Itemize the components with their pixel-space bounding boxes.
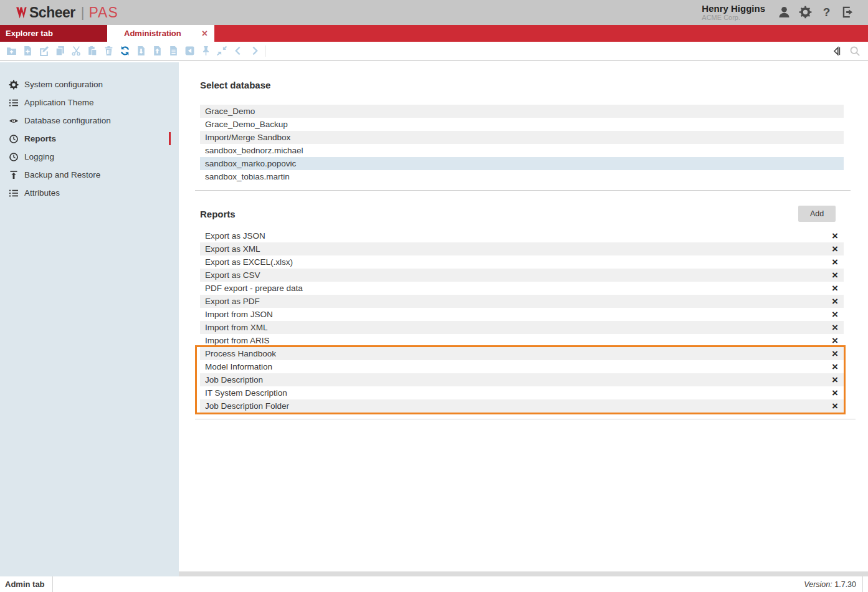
sidebar-item-label: Application Theme — [24, 98, 94, 107]
upload-button[interactable] — [152, 45, 163, 56]
sidebar-item-application-theme[interactable]: Application Theme — [0, 93, 179, 112]
pin-button[interactable] — [201, 45, 211, 56]
share-button[interactable] — [184, 45, 195, 56]
previous-button[interactable] — [233, 45, 244, 56]
user-button[interactable] — [778, 6, 791, 19]
sidebar-item-reports[interactable]: Reports — [0, 130, 179, 148]
sidebar-item-system-configuration[interactable]: System configuration — [0, 75, 179, 93]
Import from ARIS[interactable]: Import from ARIS × — [200, 334, 844, 347]
remove-report-icon[interactable]: × — [832, 373, 838, 386]
collapse-panel-button[interactable] — [831, 45, 842, 57]
remove-report-icon[interactable]: × — [832, 242, 838, 255]
help-button[interactable]: ? — [820, 6, 833, 19]
sidebar-item-database-configuration[interactable]: Database configuration — [0, 112, 179, 130]
remove-report-icon[interactable]: × — [832, 399, 838, 413]
section-divider-bottom — [195, 419, 856, 419]
Grace_Demo[interactable]: Grace_Demo — [200, 105, 844, 118]
settings-button[interactable] — [799, 6, 812, 19]
report-name: Import from ARIS — [205, 334, 832, 347]
sandbox_bednorz.michael[interactable]: sandbox_bednorz.michael — [200, 144, 844, 157]
report-name: IT System Description — [205, 386, 832, 399]
Process Handbook[interactable]: Process Handbook × — [200, 347, 844, 360]
Import/Merge Sandbox[interactable]: Import/Merge Sandbox — [200, 131, 844, 144]
sidebar-item-attributes[interactable]: Attributes — [0, 184, 179, 202]
Export as EXCEL(.xlsx)[interactable]: Export as EXCEL(.xlsx) × — [200, 255, 844, 269]
Export as PDF[interactable]: Export as PDF × — [200, 295, 844, 308]
Model Information[interactable]: Model Information × — [200, 360, 844, 373]
report-name: PDF export - prepare data — [205, 282, 832, 295]
report-name: Job Description — [205, 373, 832, 386]
download-button[interactable] — [136, 45, 146, 56]
paste-icon — [87, 45, 98, 56]
remove-report-icon[interactable]: × — [832, 386, 838, 399]
user-organization: ACME Corp. — [702, 14, 765, 22]
remove-report-icon[interactable]: × — [832, 334, 838, 347]
sandbox_tobias.martin[interactable]: sandbox_tobias.martin — [200, 170, 844, 183]
tab-administration[interactable]: Administration × — [107, 25, 214, 42]
remove-report-icon[interactable]: × — [832, 295, 838, 308]
scheer-logo-mark — [16, 6, 27, 19]
search-button[interactable] — [849, 45, 861, 57]
Grace_Demo_Backup[interactable]: Grace_Demo_Backup — [200, 118, 844, 131]
remove-report-icon[interactable]: × — [832, 229, 838, 242]
remove-report-icon[interactable]: × — [832, 269, 838, 282]
gear-icon — [799, 6, 812, 19]
download-icon — [136, 45, 146, 56]
Import from XML[interactable]: Import from XML × — [200, 321, 844, 334]
database-name: sandbox_marko.popovic — [205, 157, 839, 170]
PDF export - prepare data[interactable]: PDF export - prepare data × — [200, 282, 844, 295]
backup-icon — [9, 170, 19, 180]
delete-icon — [103, 45, 114, 56]
report-name: Export as JSON — [205, 229, 832, 242]
database-name: Import/Merge Sandbox — [205, 131, 839, 144]
Export as JSON[interactable]: Export as JSON × — [200, 229, 844, 242]
new-file-button[interactable] — [22, 45, 33, 56]
remove-report-icon[interactable]: × — [832, 308, 838, 321]
Job Description Folder[interactable]: Job Description Folder × — [200, 399, 844, 413]
upload-icon — [152, 45, 163, 56]
delete-button[interactable] — [103, 45, 114, 56]
sidebar-item-label: Attributes — [24, 188, 60, 198]
add-report-button[interactable]: Add — [798, 206, 836, 222]
remove-report-icon[interactable]: × — [832, 255, 838, 269]
next-icon — [249, 45, 260, 56]
paste-button[interactable] — [87, 45, 98, 56]
list-icon — [9, 98, 19, 108]
close-tab-icon[interactable]: × — [202, 29, 207, 39]
copy-button[interactable] — [55, 45, 65, 56]
tab-label: Explorer tab — [6, 29, 53, 38]
refresh-button[interactable] — [120, 45, 130, 56]
collapse-button[interactable] — [217, 45, 227, 56]
sidebar-item-label: Logging — [24, 152, 54, 161]
Import from JSON[interactable]: Import from JSON × — [200, 308, 844, 321]
status-tab-label: Admin tab — [0, 580, 52, 589]
remove-report-icon[interactable]: × — [832, 282, 838, 295]
next-button[interactable] — [249, 45, 260, 56]
document-button[interactable] — [168, 45, 179, 56]
sidebar-item-logging[interactable]: Logging — [0, 148, 179, 166]
status-divider-right — [862, 576, 863, 592]
Job Description[interactable]: Job Description × — [200, 373, 844, 386]
clock-icon — [9, 134, 19, 144]
cut-button[interactable] — [71, 45, 82, 56]
Export as XML[interactable]: Export as XML × — [200, 242, 844, 255]
database-name: sandbox_bednorz.michael — [205, 144, 839, 157]
sandbox_marko.popovic[interactable]: sandbox_marko.popovic — [200, 157, 844, 170]
IT System Description[interactable]: IT System Description × — [200, 386, 844, 399]
tab-bar: Explorer tab Administration × — [0, 25, 868, 42]
logout-button[interactable] — [841, 6, 854, 19]
refresh-icon — [120, 45, 130, 56]
Export as CSV[interactable]: Export as CSV × — [200, 269, 844, 282]
remove-report-icon[interactable]: × — [832, 360, 838, 373]
tab-explorer-tab[interactable]: Explorer tab — [0, 25, 107, 42]
new-folder-button[interactable] — [6, 45, 17, 56]
edit-button[interactable] — [39, 45, 49, 56]
top-header: Scheer | PAS Henry Higgins ACME Corp. ? — [0, 0, 868, 25]
pin-icon — [201, 45, 211, 56]
reports-title: Reports — [200, 209, 236, 219]
remove-report-icon[interactable]: × — [832, 347, 838, 360]
collapse-panel-icon — [831, 45, 842, 57]
remove-report-icon[interactable]: × — [832, 321, 838, 334]
sidebar-item-backup-and-restore[interactable]: Backup and Restore — [0, 166, 179, 184]
status-divider — [52, 576, 53, 592]
